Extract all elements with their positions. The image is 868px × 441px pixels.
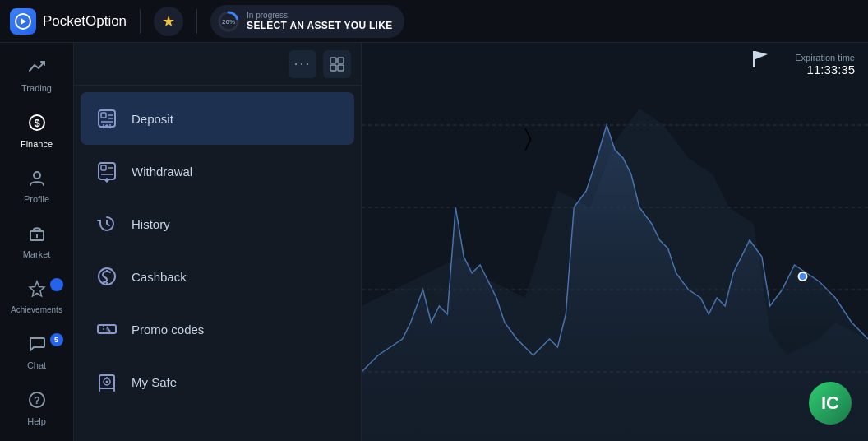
safe-icon <box>94 369 120 395</box>
profile-icon <box>28 169 46 191</box>
dots-button[interactable]: ··· <box>289 50 316 78</box>
sidebar-label-help: Help <box>27 416 46 426</box>
market-icon <box>28 224 46 246</box>
svg-rect-42 <box>753 51 755 67</box>
sidebar-label-market: Market <box>23 249 51 259</box>
sidebar-item-help[interactable]: ? Help <box>4 383 70 434</box>
svg-point-5 <box>34 172 40 179</box>
sidebar-item-trading[interactable]: Trading <box>4 49 70 101</box>
svg-rect-21 <box>101 165 106 170</box>
svg-rect-11 <box>330 58 336 63</box>
menu-item-cashback[interactable]: Cashback <box>81 250 354 303</box>
chat-badge: 5 <box>50 333 63 346</box>
promo-icon: % <box>94 316 120 342</box>
svg-marker-43 <box>755 51 768 59</box>
svg-rect-13 <box>330 65 336 71</box>
sidebar-label-achievements: Achievements <box>11 305 62 314</box>
sidebar-label-chat: Chat <box>27 360 46 370</box>
sidebar-item-profile[interactable]: Profile <box>4 160 70 212</box>
achievements-icon <box>28 280 46 302</box>
sidebar-item-achievements[interactable]: Achievements <box>4 272 70 323</box>
deposit-icon <box>94 105 120 132</box>
logo: PocketOption <box>10 8 127 35</box>
progress-button[interactable]: 20% In progress: SELECT AN ASSET YOU LIK… <box>210 5 404 38</box>
dropdown-top-bar: ··· <box>74 43 361 86</box>
cashback-icon <box>94 263 120 290</box>
progress-text: In progress: SELECT AN ASSET YOU LIKE <box>247 11 392 31</box>
svg-rect-16 <box>101 113 106 118</box>
safe-label: My Safe <box>132 375 177 389</box>
withdrawal-icon <box>94 158 120 184</box>
topbar-divider <box>140 9 141 34</box>
main-content: Trading $ Finance Profile <box>0 43 868 441</box>
topbar: PocketOption ★ 20% In progress: SELECT A… <box>0 0 868 43</box>
chart-area: Expiration time 11:33:35 IC 〉 <box>362 43 868 441</box>
topbar-divider2 <box>196 9 197 34</box>
sidebar-item-finance[interactable]: $ Finance <box>4 104 70 156</box>
expiration-box: Expiration time 11:33:35 <box>795 53 855 77</box>
svg-point-33 <box>106 381 108 383</box>
history-icon <box>94 211 120 237</box>
sidebar-label-trading: Trading <box>21 83 52 93</box>
menu-item-withdrawal[interactable]: Withdrawal <box>81 145 354 197</box>
sidebar-label-profile: Profile <box>24 194 49 204</box>
svg-marker-8 <box>30 281 44 296</box>
progress-circle: 20% <box>217 10 240 33</box>
deposit-label: Deposit <box>132 112 173 126</box>
expiration-label: Expiration time <box>795 53 855 63</box>
svg-text:$: $ <box>34 117 40 129</box>
chart-svg <box>362 43 868 441</box>
menu-items: Deposit Withdrawal <box>74 86 361 415</box>
cashback-label: Cashback <box>132 270 187 284</box>
expiration-time: 11:33:35 <box>795 63 855 77</box>
logo-text: PocketOption <box>43 13 127 30</box>
finance-icon: $ <box>28 114 46 136</box>
menu-item-mysafe[interactable]: My Safe <box>81 355 354 408</box>
menu-item-deposit[interactable]: Deposit <box>81 92 354 145</box>
chat-icon <box>28 335 46 357</box>
grid-button[interactable] <box>323 50 351 78</box>
favorites-button[interactable]: ★ <box>154 7 183 36</box>
logo-icon <box>10 8 36 35</box>
menu-item-history[interactable]: History <box>81 197 354 250</box>
sidebar-item-market[interactable]: Market <box>4 216 70 267</box>
promo-label: Promo codes <box>132 323 204 337</box>
trading-icon <box>28 58 46 80</box>
history-label: History <box>132 217 170 231</box>
help-icon: ? <box>28 391 46 413</box>
dropdown-panel: ··· <box>74 43 362 441</box>
svg-point-41 <box>799 272 807 281</box>
menu-item-promo[interactable]: % Promo codes <box>81 303 354 355</box>
withdrawal-label: Withdrawal <box>132 165 192 179</box>
svg-text:?: ? <box>34 394 40 406</box>
svg-rect-14 <box>338 65 344 71</box>
sidebar: Trading $ Finance Profile <box>0 43 74 441</box>
user-avatar[interactable]: IC <box>809 382 852 425</box>
achievements-badge <box>50 278 63 291</box>
svg-rect-12 <box>338 58 344 63</box>
sidebar-label-finance: Finance <box>21 139 53 149</box>
sidebar-item-chat[interactable]: 5 Chat <box>4 327 70 378</box>
